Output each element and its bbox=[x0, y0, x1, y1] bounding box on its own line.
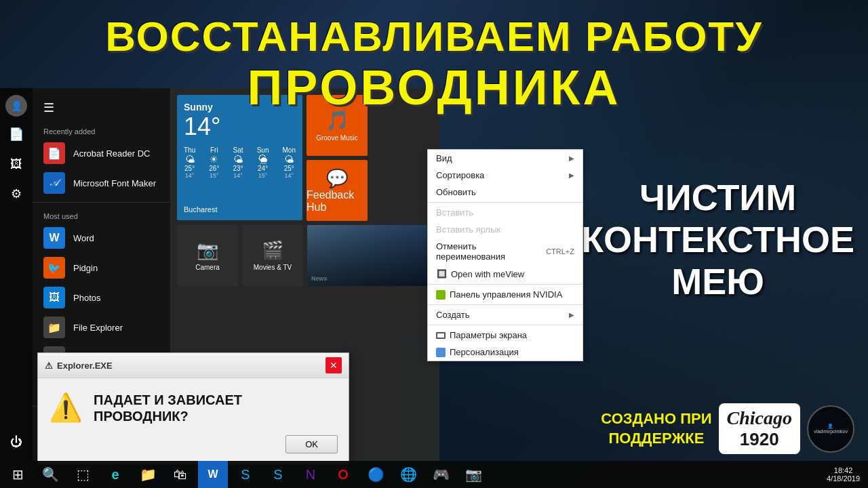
taskbar-chrome-icon[interactable]: 🌐 bbox=[393, 461, 423, 488]
sidebar-documents-icon[interactable]: 📄 bbox=[4, 122, 28, 146]
title-overlay: ВОССТАНАВЛИВАЕМ РАБОТУ ПРОВОДНИКА bbox=[0, 7, 868, 122]
right-caption-line3: МЕЮ bbox=[581, 260, 854, 302]
taskbar-search-icon[interactable]: 🔍 bbox=[35, 461, 65, 488]
right-caption-line2: КОНТЕКСТНОЕ bbox=[581, 218, 854, 260]
ctx-sort-label: Сортировка bbox=[436, 170, 484, 180]
ctx-nvidia-left: Панель управления NVIDIA bbox=[436, 289, 562, 300]
ctx-item-undo-rename[interactable]: Отменить переименования CTRL+Z bbox=[428, 238, 583, 265]
app-pidgin[interactable]: 🐦 Pidgin bbox=[33, 253, 170, 283]
sat-lo: 14° bbox=[233, 172, 243, 179]
sidebar-power-icon[interactable]: ⏻ bbox=[4, 430, 28, 454]
ctx-sort-arrow: ▶ bbox=[569, 171, 574, 179]
ctx-item-vid[interactable]: Вид ▶ bbox=[428, 150, 583, 167]
ctx-item-personalize[interactable]: Персонализация bbox=[428, 344, 583, 361]
dialog-warning-small-icon: ⚠ bbox=[45, 361, 53, 371]
ctx-vid-arrow: ▶ bbox=[569, 155, 574, 162]
sun-label: Sun bbox=[257, 146, 269, 154]
app-word[interactable]: W Word bbox=[33, 223, 170, 253]
sun-icon: 🌦 bbox=[257, 154, 269, 165]
movies-label: Movies & TV bbox=[254, 264, 292, 271]
clock-date: 4/18/2019 bbox=[827, 474, 860, 483]
error-dialog: ⚠ Explorer.EXE ✕ ⚠️ ПАДАЕТ И ЗАВИСАЕТПРО… bbox=[37, 352, 349, 465]
weather-city: Bucharest bbox=[184, 205, 218, 214]
fileexplorer-label: File Explorer bbox=[73, 323, 123, 333]
ctx-item-nvidia[interactable]: Панель управления NVIDIA bbox=[428, 286, 583, 303]
camera-tile[interactable]: 📷 Camera bbox=[177, 225, 238, 286]
app-acrobat[interactable]: 📄 Acrobat Reader DC bbox=[33, 138, 170, 168]
chicago-name: Chicago bbox=[727, 407, 792, 429]
dialog-title-left: ⚠ Explorer.EXE bbox=[45, 361, 113, 371]
taskbar-opera-icon[interactable]: O bbox=[328, 461, 358, 488]
fontmaker-icon: 𝒜 bbox=[43, 172, 65, 194]
app-photos[interactable]: 🖼 Photos bbox=[33, 283, 170, 312]
ctx-undo-label: Отменить переименования bbox=[436, 241, 546, 262]
taskbar-start-button[interactable]: ⊞ bbox=[3, 461, 33, 488]
app-fileexplorer[interactable]: 📁 File Explorer bbox=[33, 312, 170, 342]
ctx-item-create[interactable]: Создать ▶ bbox=[428, 306, 583, 323]
ctx-create-arrow: ▶ bbox=[569, 311, 574, 319]
taskbar-gaming-icon[interactable]: 🎮 bbox=[426, 461, 456, 488]
app-fontmaker[interactable]: 𝒜 Microsoft Font Maker bbox=[33, 168, 170, 198]
dialog-close-button[interactable]: ✕ bbox=[326, 357, 342, 373]
display-icon bbox=[436, 332, 446, 339]
ctx-item-paste-shortcut[interactable]: Вставить ярлык bbox=[428, 221, 583, 238]
dialog-ok-button[interactable]: OK bbox=[285, 435, 338, 453]
weather-days: Thu 🌤 25° 14° Fri ☀ 26° 15° bbox=[184, 146, 296, 179]
fri-hi: 26° bbox=[209, 165, 219, 172]
ctx-item-display[interactable]: Параметры экрана bbox=[428, 327, 583, 344]
title-line2: ПРОВОДНИКА bbox=[7, 60, 861, 115]
bottom-right-branding: СОЗДАНО ПРИПОДДЕРЖКЕ Chicago 1920 👤vladi… bbox=[601, 403, 854, 454]
ctx-item-refresh[interactable]: Обновить bbox=[428, 184, 583, 201]
taskbar-skype2-icon[interactable]: S bbox=[263, 461, 293, 488]
thu-label: Thu bbox=[184, 146, 195, 154]
taskbar-store-icon[interactable]: 🛍 bbox=[165, 461, 195, 488]
taskbar-blue-icon[interactable]: 🔵 bbox=[361, 461, 391, 488]
ctx-meview-left: 🔲 Open with meView bbox=[436, 268, 524, 279]
ctx-paste-shortcut-label: Вставить ярлык bbox=[436, 224, 500, 235]
sun-lo: 15° bbox=[257, 172, 269, 179]
taskbar-camera2-icon[interactable]: 📷 bbox=[458, 461, 488, 488]
fontmaker-label: Microsoft Font Maker bbox=[73, 178, 156, 188]
most-used-label: Most used bbox=[33, 207, 170, 223]
ctx-item-paste[interactable]: Вставить bbox=[428, 204, 583, 221]
feedback-icon: 💬 bbox=[326, 168, 348, 189]
photos-label: Photos bbox=[73, 293, 100, 303]
taskbar-edge-icon[interactable]: e bbox=[100, 461, 130, 488]
camera-label: Camera bbox=[195, 264, 220, 271]
sidebar-settings-icon[interactable]: ⚙ bbox=[4, 182, 28, 206]
ctx-undo-shortcut: CTRL+Z bbox=[546, 247, 574, 256]
chicago-badge: Chicago 1920 bbox=[719, 403, 800, 454]
feedback-label: Feedback Hub bbox=[307, 189, 368, 214]
thu-hi: 25° bbox=[184, 165, 195, 172]
sidebar-photos-icon[interactable]: 🖼 bbox=[4, 152, 28, 176]
taskbar-onenote-icon[interactable]: N bbox=[296, 461, 326, 488]
groove-label: Groove Music bbox=[316, 134, 358, 142]
fileexplorer-icon: 📁 bbox=[43, 317, 65, 338]
ctx-item-meview[interactable]: 🔲 Open with meView bbox=[428, 265, 583, 283]
feedback-hub-tile[interactable]: 💬 Feedback Hub bbox=[307, 160, 368, 221]
ctx-display-left: Параметры экрана bbox=[436, 330, 527, 340]
taskbar-word-icon[interactable]: W bbox=[198, 461, 228, 488]
dialog-titlebar: ⚠ Explorer.EXE ✕ bbox=[38, 353, 349, 378]
author-label: 👤vladimirpolnikov bbox=[814, 424, 848, 434]
movies-icon: 🎬 bbox=[262, 240, 283, 261]
movies-tv-tile[interactable]: 🎬 Movies & TV bbox=[242, 225, 303, 286]
nvidia-icon bbox=[436, 290, 446, 300]
ctx-display-label: Параметры экрана bbox=[450, 330, 527, 340]
context-menu: Вид ▶ Сортировка ▶ Обновить Вставить Вст… bbox=[427, 149, 583, 361]
tiles-grid: Sunny 14° Thu 🌤 25° 14° Fri ☀ bbox=[177, 95, 433, 286]
mon-lo: 14° bbox=[283, 172, 296, 179]
taskbar-skype-icon[interactable]: S bbox=[231, 461, 260, 488]
meview-icon: 🔲 bbox=[436, 268, 447, 279]
taskbar-explorer-icon[interactable]: 📁 bbox=[133, 461, 163, 488]
news-tile[interactable]: News bbox=[307, 225, 433, 286]
ctx-item-sort[interactable]: Сортировка ▶ bbox=[428, 167, 583, 184]
ctx-vid-left: Вид bbox=[436, 153, 452, 163]
ctx-sep-3 bbox=[428, 304, 583, 305]
ctx-sort-left: Сортировка bbox=[436, 170, 484, 180]
title-line1: ВОССТАНАВЛИВАЕМ РАБОТУ bbox=[7, 14, 861, 60]
taskbar-taskview-icon[interactable]: ⬚ bbox=[68, 461, 98, 488]
ctx-create-label: Создать bbox=[436, 310, 469, 320]
word-icon: W bbox=[43, 227, 65, 249]
sat-label: Sat bbox=[233, 146, 243, 154]
